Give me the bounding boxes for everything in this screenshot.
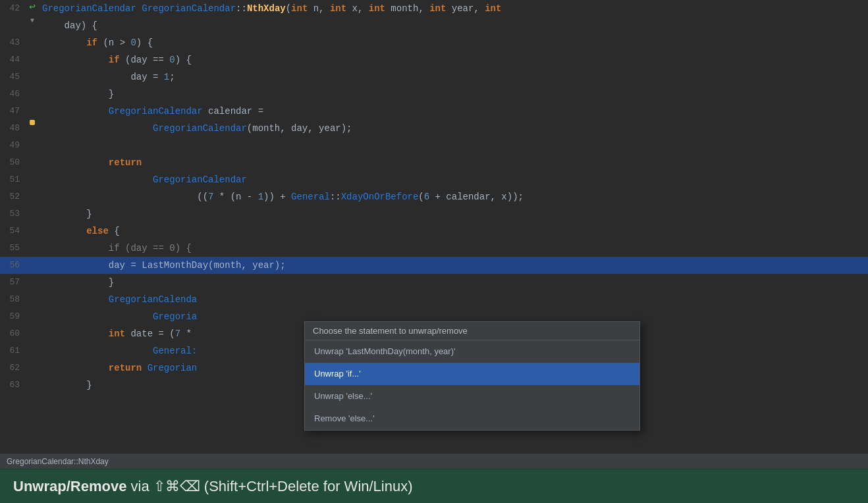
line-content: day) { bbox=[40, 17, 868, 34]
line-number: 54 bbox=[0, 223, 25, 240]
line-number: 45 bbox=[0, 68, 25, 86]
code-line: 54 else { bbox=[0, 223, 868, 240]
breadcrumb-bar: GregorianCalendar::NthXday bbox=[0, 453, 868, 469]
context-menu-item[interactable]: Remove 'else...' bbox=[305, 408, 639, 430]
context-menu-item[interactable]: Unwrap 'else...' bbox=[305, 385, 639, 408]
code-line: 53 } bbox=[0, 205, 868, 223]
code-line: 43 if (n > 0) { bbox=[0, 34, 868, 51]
line-content: GregorianCalendar(month, day, year); bbox=[40, 120, 868, 137]
context-menu-header: Choose the statement to unwrap/remove bbox=[305, 322, 639, 340]
context-menu[interactable]: Choose the statement to unwrap/remove Un… bbox=[304, 321, 640, 431]
code-line: 45 day = 1; bbox=[0, 68, 868, 86]
arrow-icon: ↩ bbox=[29, 0, 36, 13]
bottom-bar: Unwrap/Remove via ⇧⌘⌫ (Shift+Ctrl+Delete… bbox=[0, 469, 868, 503]
code-line: 52 ((7 * (n - 1)) + General::XdayOnOrBef… bbox=[0, 188, 868, 205]
line-content: } bbox=[40, 205, 868, 223]
code-line: 50 return bbox=[0, 154, 868, 171]
bottom-bar-action: Unwrap/Remove bbox=[13, 478, 126, 494]
line-content: GregorianCalenda bbox=[40, 291, 868, 308]
line-number: 52 bbox=[0, 188, 25, 205]
code-line: 58 GregorianCalenda bbox=[0, 291, 868, 308]
line-content: if (n > 0) { bbox=[40, 34, 868, 51]
line-number: 42 bbox=[0, 0, 25, 17]
code-line: 42↩GregorianCalendar GregorianCalendar::… bbox=[0, 0, 868, 17]
line-gutter: ↩ bbox=[25, 0, 40, 13]
bottom-bar-shortcut: via ⇧⌘⌫ (Shift+Ctrl+Delete for Win/Linux… bbox=[131, 478, 413, 494]
context-menu-item[interactable]: Unwrap 'if...' bbox=[305, 363, 639, 385]
gutter-marker bbox=[30, 120, 35, 125]
line-gutter: ▼ bbox=[25, 17, 40, 24]
line-content: ((7 * (n - 1)) + General::XdayOnOrBefore… bbox=[40, 188, 868, 205]
breadcrumb: GregorianCalendar::NthXday bbox=[7, 457, 109, 466]
code-line: 57 } bbox=[0, 274, 868, 291]
line-number: 62 bbox=[0, 359, 25, 377]
code-line: 55 if (day == 0) { bbox=[0, 240, 868, 257]
line-number: 63 bbox=[0, 377, 25, 394]
line-content: if (day == 0) { bbox=[40, 51, 868, 68]
line-content: } bbox=[40, 274, 868, 291]
line-content bbox=[40, 137, 868, 154]
line-content: GregorianCalendar bbox=[40, 171, 868, 188]
line-number: 59 bbox=[0, 308, 25, 325]
line-content: day = 1; bbox=[40, 68, 868, 86]
line-number: 55 bbox=[0, 240, 25, 257]
line-number: 47 bbox=[0, 103, 25, 120]
code-line: 49 bbox=[0, 137, 868, 154]
line-number: 53 bbox=[0, 205, 25, 223]
line-number: 61 bbox=[0, 342, 25, 359]
code-line: 44 if (day == 0) { bbox=[0, 51, 868, 68]
line-number: 58 bbox=[0, 291, 25, 308]
bottom-bar-content: Unwrap/Remove via ⇧⌘⌫ (Shift+Ctrl+Delete… bbox=[13, 478, 413, 495]
line-content: if (day == 0) { bbox=[40, 240, 868, 257]
line-content: } bbox=[40, 86, 868, 103]
code-line: 56 day = LastMonthDay(month, year); bbox=[0, 257, 868, 274]
line-number: 49 bbox=[0, 137, 25, 154]
line-content: return bbox=[40, 154, 868, 171]
line-content: else { bbox=[40, 223, 868, 240]
line-content: day = LastMonthDay(month, year); bbox=[40, 257, 868, 274]
line-gutter bbox=[25, 120, 40, 125]
code-line: ▼ day) { bbox=[0, 17, 868, 34]
code-line: 51 GregorianCalendar bbox=[0, 171, 868, 188]
fold-icon: ▼ bbox=[30, 17, 34, 24]
line-number: 44 bbox=[0, 51, 25, 68]
line-number: 48 bbox=[0, 120, 25, 137]
line-number: 46 bbox=[0, 86, 25, 103]
line-content: GregorianCalendar GregorianCalendar::Nth… bbox=[40, 0, 868, 17]
line-content: GregorianCalendar calendar = bbox=[40, 103, 868, 120]
line-number: 57 bbox=[0, 274, 25, 291]
code-editor: 42↩GregorianCalendar GregorianCalendar::… bbox=[0, 0, 868, 453]
line-number: 51 bbox=[0, 171, 25, 188]
line-number: 60 bbox=[0, 325, 25, 342]
line-number: 56 bbox=[0, 257, 25, 274]
line-number: 50 bbox=[0, 154, 25, 171]
code-line: 46 } bbox=[0, 86, 868, 103]
code-line: 47 GregorianCalendar calendar = bbox=[0, 103, 868, 120]
code-line: 48 GregorianCalendar(month, day, year); bbox=[0, 120, 868, 137]
line-number: 43 bbox=[0, 34, 25, 51]
context-menu-item[interactable]: Unwrap 'LastMonthDay(month, year)' bbox=[305, 340, 639, 363]
